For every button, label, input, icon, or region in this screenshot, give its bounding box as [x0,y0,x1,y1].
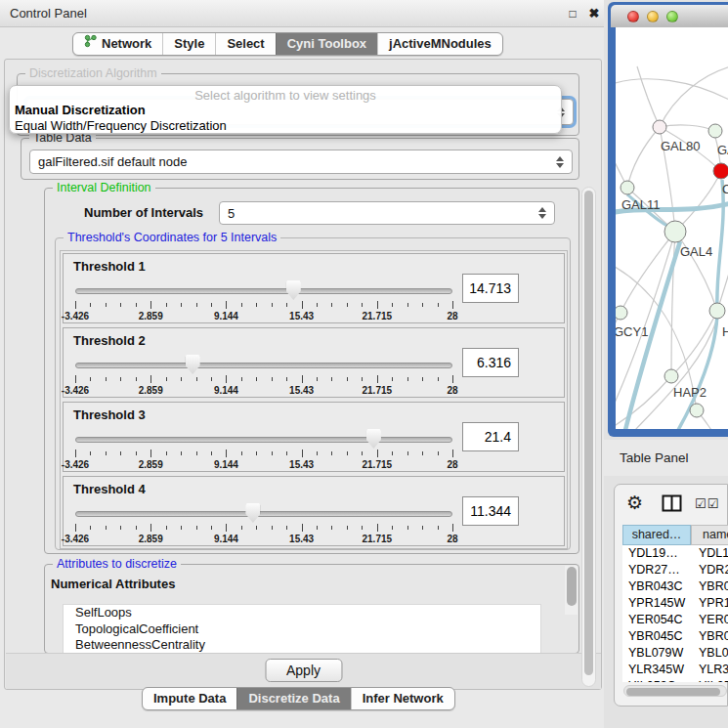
combo-stepper-icon[interactable] [555,155,566,169]
cell-name[interactable]: YBL079W [691,645,728,662]
table-row[interactable]: YLR345WYLR345W [622,662,728,678]
split-columns-icon[interactable] [662,494,682,516]
table-data-combobox[interactable]: galFiltered.sif default node [29,150,573,174]
table-row[interactable]: YIL053CYIL053C [622,678,728,682]
network-edge[interactable] [616,376,671,428]
cell-shared-name[interactable]: YBL079W [622,645,691,662]
threshold-slider[interactable]: -3.4262.8599.14415.4321.71528 [75,428,452,471]
slider-handle[interactable] [366,429,381,449]
threshold-slider[interactable]: -3.4262.8599.14415.4321.71528 [75,354,452,397]
slider-track[interactable] [75,437,452,443]
attribute-list-item[interactable]: TopologicalCoefficient [64,621,540,638]
number-of-intervals-combobox[interactable]: 5 [219,201,555,225]
table-horizontal-scrollbar[interactable] [623,685,727,697]
node-table[interactable]: shared… name YDL19…YDL194WYDR27…YDR277CY… [622,525,728,682]
slider-handle[interactable] [186,355,200,374]
network-edge[interactable] [671,311,717,376]
tab-cyni-toolbox[interactable]: Cyni Toolbox [276,33,377,55]
tab-impute-data[interactable]: Impute Data [143,688,236,709]
network-node-hap2[interactable] [664,369,678,383]
cell-shared-name[interactable]: YLR345W [622,662,691,678]
network-node-ga[interactable] [708,124,722,138]
combo-stepper-icon[interactable] [537,206,548,220]
gear-icon[interactable]: ⚙ [626,492,643,514]
cell-name[interactable]: YPR145W [691,595,728,612]
table-row[interactable]: YBL079WYBL079W [622,645,728,662]
table-row[interactable]: YER054CYER054C [622,612,728,628]
column-header-name[interactable]: name [691,525,728,545]
network-node-h[interactable] [709,303,725,319]
table-row[interactable]: YBR045CYBR045C [622,628,728,645]
tab-network[interactable]: Network [73,33,162,55]
cell-name[interactable]: YBR045C [691,628,728,645]
network-node-partial-node[interactable] [690,404,704,417]
option-manual-discretization[interactable]: Manual Discretization [15,103,146,117]
network-edge[interactable] [675,171,721,232]
cell-shared-name[interactable]: YDL19… [622,545,691,562]
numerical-attributes-list[interactable]: SelfLoopsTopologicalCoefficientBetweenne… [63,604,541,655]
tab-style[interactable]: Style [162,33,215,55]
cell-shared-name[interactable]: YBR045C [622,628,691,645]
close-panel-icon[interactable]: ✖ [586,6,602,21]
network-edge[interactable] [627,127,660,188]
threshold-value-field[interactable]: 6.316 [462,348,519,377]
attribute-list-item[interactable]: BetweennessCentrality [64,637,540,654]
attributes-scrollbar[interactable] [565,566,578,615]
table-row[interactable]: YBR043CYBR043C [622,578,728,595]
option-equal-width-frequency[interactable]: Equal Width/Frequency Discretization [15,118,227,133]
column-header-shared-name[interactable]: shared… [622,525,691,545]
panel-scrollbar[interactable] [581,187,596,687]
network-node-gal11[interactable] [621,181,634,194]
checkbox-icons[interactable]: ☑☑ [695,496,719,511]
cell-name[interactable]: YLR345W [691,662,728,678]
network-node-gcy1[interactable] [616,306,627,320]
slider-track[interactable] [75,511,452,517]
cell-name[interactable]: YDR277C [691,562,728,578]
cell-shared-name[interactable]: YER054C [622,612,691,628]
cell-name[interactable]: YDL194W [691,545,728,562]
network-graph[interactable]: GAL80GACGAL11GAL4GCY1HHAP2 [616,27,728,429]
network-edge[interactable] [660,125,715,131]
threshold-value-field[interactable]: 21.4 [462,422,519,451]
cell-shared-name[interactable]: YDR27… [622,562,691,578]
cell-name[interactable]: YER054C [691,612,728,628]
tab-discretize-data[interactable]: Discretize Data [236,688,350,709]
slider-handle[interactable] [245,503,260,523]
network-window-titlebar[interactable] [611,5,728,27]
network-node-red-node[interactable] [713,163,728,179]
float-window-icon[interactable]: □ [565,6,580,21]
threshold-value-field[interactable]: 11.344 [462,496,519,526]
scrollbar-thumb[interactable] [567,567,577,606]
cell-name[interactable]: YBR043C [691,578,728,595]
table-row[interactable]: YDL19…YDL194W [622,545,728,562]
network-node-gal80[interactable] [653,120,666,134]
network-edge[interactable] [637,66,660,127]
zoom-traffic-light[interactable] [666,11,678,22]
scrollbar-thumb[interactable] [626,688,720,696]
cell-shared-name[interactable]: YBR043C [622,578,691,595]
threshold-value-field[interactable]: 14.713 [462,274,519,303]
network-node-gal4[interactable] [664,221,686,242]
network-edge[interactable] [621,232,675,313]
network-canvas[interactable]: GAL80GACGAL11GAL4GCY1HHAP2 [616,27,728,429]
tab-jactivemnodules[interactable]: jActiveMNodules [377,33,502,55]
slider-track[interactable] [75,363,452,368]
threshold-slider[interactable]: -3.4262.8599.14415.4321.71528 [75,279,452,322]
cell-shared-name[interactable]: YIL053C [622,678,691,682]
cell-shared-name[interactable]: YPR145W [622,595,691,612]
scrollbar-thumb[interactable] [584,191,593,675]
apply-button[interactable]: Apply [265,659,342,682]
tab-select[interactable]: Select [215,33,275,55]
table-row[interactable]: YPR145WYPR145W [622,595,728,612]
threshold-slider[interactable]: -3.4262.8599.14415.4321.71528 [75,502,452,545]
slider-handle[interactable] [286,280,301,300]
table-row[interactable]: YDR27…YDR277C [622,562,728,578]
slider-track[interactable] [75,288,452,294]
attribute-list-item[interactable]: SelfLoops [64,605,540,621]
minimize-traffic-light[interactable] [647,11,659,22]
network-edge[interactable] [616,79,728,101]
close-traffic-light[interactable] [627,11,639,22]
network-edge[interactable] [660,66,728,127]
cell-name[interactable]: YIL053C [691,678,728,682]
tab-infer-network[interactable]: Infer Network [351,688,454,709]
